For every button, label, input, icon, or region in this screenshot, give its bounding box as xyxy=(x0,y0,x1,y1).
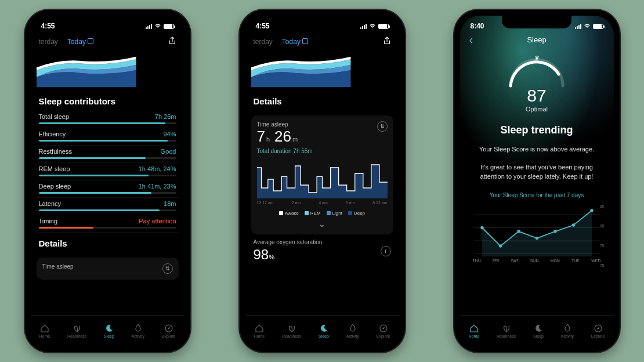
trending-title: Sleep trending xyxy=(469,124,605,136)
expand-icon[interactable]: ⇅ xyxy=(377,121,388,132)
calendar-icon xyxy=(302,38,308,44)
nav-sleep[interactable]: Sleep xyxy=(533,324,544,338)
nav-home[interactable]: Home xyxy=(39,324,50,338)
bottom-nav: Home Readiness Sleep Activity Explore xyxy=(31,315,184,346)
share-icon[interactable] xyxy=(168,37,176,46)
expand-icon[interactable]: ⇅ xyxy=(162,263,173,274)
bottom-nav: Home Readiness Sleep Activity Explore xyxy=(460,315,614,346)
details-card[interactable]: Time asleep ⇅ xyxy=(37,258,179,280)
time-asleep-label: Time asleep xyxy=(257,121,313,128)
hypnogram-legend: Awake REM Light Deep xyxy=(257,211,388,216)
nav-home[interactable]: Home xyxy=(254,324,265,338)
share-icon[interactable] xyxy=(383,37,391,46)
contrib-row[interactable]: Total sleep7h 26m xyxy=(37,111,179,128)
time-asleep-value: 7h 26m xyxy=(257,128,313,146)
wifi-icon xyxy=(154,23,161,29)
nav-activity[interactable]: Activity xyxy=(561,324,574,338)
battery-icon xyxy=(378,24,389,29)
nav-explore[interactable]: Explore xyxy=(377,324,390,338)
phone-sleep-contributors: 4:55 terday Today xyxy=(25,10,190,352)
sleep-stages-area-chart xyxy=(37,50,179,91)
svg-point-10 xyxy=(535,236,538,239)
nav-explore[interactable]: Explore xyxy=(162,324,176,338)
sleep-score-gauge: ♛ 87 Optimal xyxy=(469,51,605,113)
wifi-icon xyxy=(584,23,591,29)
chevron-down-icon[interactable]: ⌄ xyxy=(257,219,388,229)
status-time: 8:40 xyxy=(471,22,484,30)
tab-yesterday[interactable]: terday xyxy=(39,38,58,46)
nav-activity[interactable]: Activity xyxy=(346,324,359,338)
hypnogram-time-axis: 12:17 am 2 am 4 am 6 am 8:12 am xyxy=(257,201,388,205)
contributors-list: Total sleep7h 26m Efficiency94% Restfuln… xyxy=(37,111,179,233)
nav-sleep[interactable]: Sleep xyxy=(104,324,114,338)
trending-text-1: Your Sleep Score is now above average. xyxy=(469,144,605,154)
section-title-details: Details xyxy=(37,233,179,253)
back-button[interactable]: ‹ xyxy=(469,33,473,46)
total-duration-link[interactable]: Total duration 7h 55m xyxy=(257,148,313,154)
section-title-details: Details xyxy=(251,91,393,111)
battery-icon xyxy=(593,24,603,29)
oxygen-label: Average oxygen saturation xyxy=(254,239,323,245)
contrib-row[interactable]: TimingPay attention xyxy=(37,215,179,233)
nav-readiness[interactable]: Readiness xyxy=(67,324,86,338)
phone-sleep-trending: 8:40 ‹ Sleep ♛ 87 xyxy=(454,10,620,352)
contrib-row[interactable]: REM sleep1h 48m, 24% xyxy=(37,163,179,180)
nav-home[interactable]: Home xyxy=(468,324,479,338)
nav-sleep[interactable]: Sleep xyxy=(319,324,329,338)
svg-point-13 xyxy=(590,209,593,212)
section-title-contributors: Sleep contributors xyxy=(37,91,179,111)
contrib-row[interactable]: Efficiency94% xyxy=(37,128,179,146)
oxygen-value: 98% xyxy=(254,247,323,263)
status-time: 4:55 xyxy=(256,22,270,30)
time-asleep-label: Time asleep xyxy=(42,263,74,270)
battery-icon xyxy=(164,24,174,29)
svg-point-8 xyxy=(498,244,501,247)
week-day-axis: THU FRI SAT SUN MON TUE WED xyxy=(469,259,605,263)
time-asleep-card[interactable]: Time asleep 7h 26m Total duration 7h 55m… xyxy=(251,115,393,234)
phone-sleep-details: 4:55 terday Today xyxy=(240,10,405,352)
nav-readiness[interactable]: Readiness xyxy=(497,324,516,338)
week-label: Your Sleep Score for the past 7 days xyxy=(469,192,605,198)
contrib-row[interactable]: Latency18m xyxy=(37,198,179,215)
sleep-score-label: Optimal xyxy=(526,106,548,113)
date-tab-bar: terday Today xyxy=(31,33,184,50)
page-title: Sleep xyxy=(527,35,546,44)
tab-today[interactable]: Today xyxy=(67,38,93,46)
wifi-icon xyxy=(369,23,376,29)
calendar-icon xyxy=(88,38,93,44)
hypnogram-chart xyxy=(257,159,388,200)
svg-point-7 xyxy=(480,226,483,229)
info-icon[interactable]: i xyxy=(381,246,391,256)
svg-point-11 xyxy=(553,230,556,233)
svg-point-12 xyxy=(571,223,574,226)
nav-explore[interactable]: Explore xyxy=(591,324,605,338)
tab-today[interactable]: Today xyxy=(282,38,308,46)
date-tab-bar: terday Today xyxy=(245,33,399,50)
svg-point-9 xyxy=(517,230,520,233)
sleep-stages-area-chart xyxy=(251,50,393,91)
status-time: 4:55 xyxy=(41,22,55,30)
week-score-chart: 85 80 75 70 THU FRI SAT SUN MON TUE WED xyxy=(469,204,605,268)
oxygen-saturation-row[interactable]: Average oxygen saturation 98% i xyxy=(251,234,393,263)
trending-text-2: It's great to see that you've been payin… xyxy=(469,162,605,182)
crown-icon: ♛ xyxy=(534,55,540,61)
nav-readiness[interactable]: Readiness xyxy=(282,324,301,338)
nav-activity[interactable]: Activity xyxy=(132,324,144,338)
contrib-row[interactable]: RestfulnessGood xyxy=(37,146,179,163)
contrib-row[interactable]: Deep sleep1h 41m, 23% xyxy=(37,180,179,198)
bottom-nav: Home Readiness Sleep Activity Explore xyxy=(245,315,399,346)
tab-yesterday[interactable]: terday xyxy=(254,38,273,46)
